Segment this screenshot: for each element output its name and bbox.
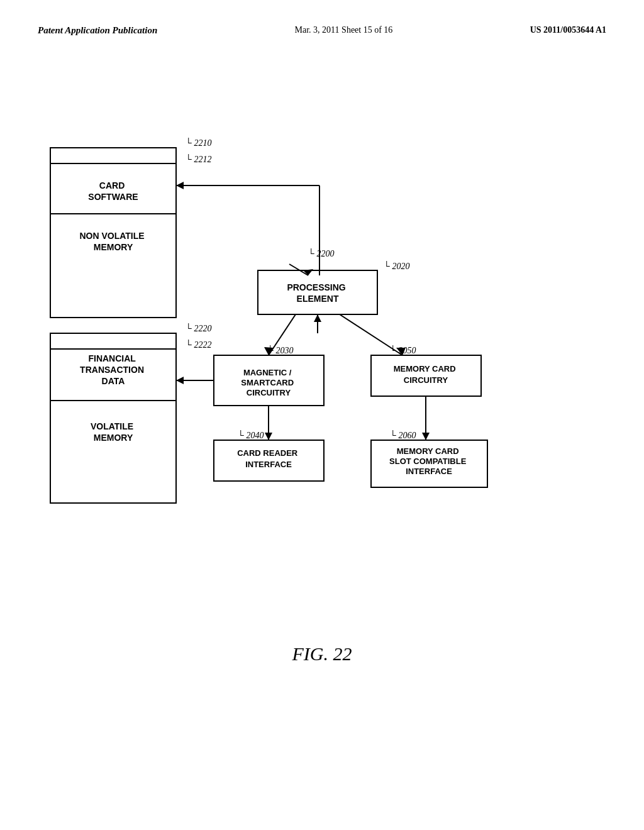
page: Patent Application Publication Mar. 3, 2… xyxy=(0,0,644,830)
box-2222-top xyxy=(50,333,176,349)
magnetic-smartcard-label: MAGNETIC / SMARTCARD CIRCUITRY xyxy=(241,368,296,397)
figure-caption: FIG. 22 xyxy=(292,643,352,664)
box-2212-top xyxy=(50,148,176,163)
ref-2200: └ 2200 xyxy=(308,248,334,258)
arrow-pe-to-memory xyxy=(340,314,402,355)
arrowhead-to-2220 xyxy=(176,377,184,384)
ref-2220: └ 2220 xyxy=(186,323,211,333)
ref-2060: └ 2060 xyxy=(390,430,416,440)
arrowhead-to-2210 xyxy=(176,182,184,189)
ref-2040: └ 2040 xyxy=(238,430,264,440)
ref-2020: └ 2020 xyxy=(384,261,409,271)
arrowhead-magnetic-card-reader xyxy=(265,433,272,440)
ref-2212: └ 2212 xyxy=(186,154,211,164)
arrowhead-memory-slot xyxy=(422,433,430,440)
diagram-svg: CARD SOFTWARE NON VOLATILE MEMORY └ 2210… xyxy=(0,0,644,755)
arrowhead-2220-pe xyxy=(314,314,321,322)
ref-2222: └ 2222 xyxy=(186,340,211,350)
box-processing-element xyxy=(258,270,377,314)
ref-2210: └ 2210 xyxy=(186,138,211,148)
